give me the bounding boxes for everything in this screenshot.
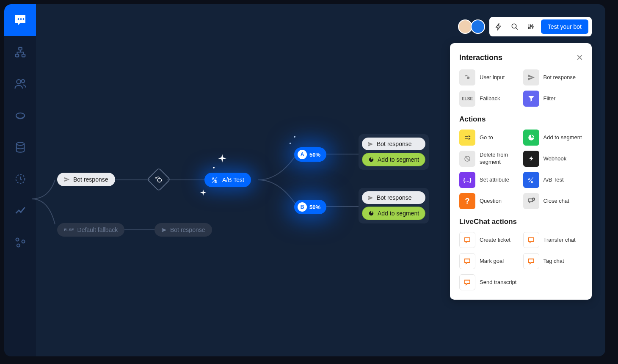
ab-test-node[interactable]: AB A/B Test <box>204 173 251 187</box>
goto-icon <box>459 130 475 146</box>
panel-item-delete-from-segment[interactable]: Delete from segment <box>459 151 520 167</box>
svg-rect-4 <box>15 54 19 57</box>
panel-item-filter[interactable]: Filter <box>523 91 584 107</box>
panel-item-label: Mark goal <box>480 258 504 265</box>
panel-item-label: Close chat <box>544 198 569 205</box>
nav-users-icon[interactable] <box>4 68 36 99</box>
panel-item-set-attribute[interactable]: {...}Set attribute <box>459 172 520 188</box>
livechat-heading: LiveChat actions <box>459 218 583 226</box>
bot-response-muted-node[interactable]: Bot response <box>154 223 212 237</box>
bot-response-action[interactable]: Bot response <box>362 191 425 204</box>
panel-item-label: A/B Test <box>544 176 564 184</box>
panel-item-label: Send transcript <box>480 279 516 286</box>
svg-point-1 <box>20 18 22 20</box>
panel-item-mark-goal[interactable]: Mark goal <box>459 253 520 269</box>
panel-title: Interactions <box>459 53 502 62</box>
panel-item-a/b-test[interactable]: ABA/B Test <box>523 172 584 188</box>
node-label: Default fallback <box>77 226 118 233</box>
svg-point-7 <box>21 80 25 83</box>
send-icon <box>523 69 539 85</box>
panel-item-label: Bot response <box>544 74 576 81</box>
add-to-segment-action[interactable]: Add to segment <box>362 153 425 166</box>
add-to-segment-action[interactable]: Add to segment <box>362 207 425 220</box>
webhook-icon <box>523 151 539 167</box>
nav-integrations-icon[interactable] <box>4 226 36 258</box>
panel-item-label: User input <box>480 74 505 81</box>
panel-item-question[interactable]: ?Question <box>459 193 520 209</box>
close-icon[interactable]: ✕ <box>576 52 583 63</box>
panel-item-create-ticket[interactable]: Create ticket <box>459 232 520 248</box>
bot-response-node[interactable]: Bot response <box>57 173 115 186</box>
svg-point-6 <box>17 80 21 84</box>
panel-item-send-transcript[interactable]: Send transcript <box>459 274 520 290</box>
nav-flows-icon[interactable] <box>4 36 36 68</box>
lc-icon <box>459 253 475 269</box>
svg-text:A: A <box>528 177 530 181</box>
svg-text:A: A <box>212 177 215 181</box>
app-logo[interactable] <box>4 4 36 36</box>
panel-item-label: Create ticket <box>480 237 510 244</box>
panel-item-tag-chat[interactable]: Tag chat <box>523 253 584 269</box>
panel-item-add-to-segment[interactable]: Add to segment <box>523 130 584 146</box>
svg-point-21 <box>213 167 215 168</box>
lc-icon <box>459 274 475 290</box>
svg-point-8 <box>16 142 24 145</box>
node-label: Bot response <box>73 176 108 183</box>
action-label: Bot response <box>377 141 412 147</box>
panel-item-fallback[interactable]: ELSEFallback <box>459 91 520 107</box>
svg-rect-3 <box>19 47 22 50</box>
panel-item-label: Transfer chat <box>544 237 576 244</box>
svg-text:B: B <box>531 180 533 184</box>
action-group-a[interactable]: Bot response Add to segment <box>359 134 429 170</box>
action-label: Bot response <box>377 194 412 201</box>
pie-icon <box>523 130 539 146</box>
panel-item-webhook[interactable]: Webhook <box>523 151 584 167</box>
sidebar <box>4 4 36 356</box>
question-icon: ? <box>459 193 475 209</box>
panel-item-go-to[interactable]: Go to <box>459 130 520 146</box>
panel-item-bot-response[interactable]: Bot response <box>523 69 584 85</box>
close-chat-icon <box>523 193 539 209</box>
else-icon: ELSE <box>459 91 475 107</box>
nav-ai-icon[interactable] <box>4 99 36 131</box>
interactions-panel: Interactions ✕ User inputBot responseELS… <box>450 43 592 300</box>
panel-item-user-input[interactable]: User input <box>459 69 520 85</box>
branch-node[interactable] <box>147 168 171 192</box>
svg-point-17 <box>157 178 161 182</box>
panel-item-label: Go to <box>480 134 493 141</box>
svg-point-0 <box>17 18 19 20</box>
attr-icon: {...} <box>459 172 475 188</box>
panel-item-label: Webhook <box>544 155 567 163</box>
default-fallback-node[interactable]: ELSE Default fallback <box>57 223 124 237</box>
user-input-icon <box>459 69 475 85</box>
app-frame: Test your bot Bot response AB A/B Test <box>4 4 605 356</box>
panel-item-label: Fallback <box>480 95 500 102</box>
funnel-icon <box>523 91 539 107</box>
panel-item-close-chat[interactable]: Close chat <box>523 193 584 209</box>
action-group-b[interactable]: Bot response Add to segment <box>359 188 429 223</box>
split-letter: B <box>298 202 307 212</box>
svg-text:B: B <box>215 180 217 184</box>
bot-response-action[interactable]: Bot response <box>362 138 425 150</box>
panel-item-label: Delete from segment <box>480 152 520 166</box>
node-label: Bot response <box>170 226 205 233</box>
split-a-badge[interactable]: A 50% <box>294 147 326 162</box>
svg-point-28 <box>467 77 469 79</box>
svg-rect-5 <box>22 54 25 57</box>
svg-point-11 <box>22 240 25 243</box>
split-b-badge[interactable]: B 50% <box>294 200 326 214</box>
panel-item-label: Tag chat <box>544 258 564 265</box>
svg-point-10 <box>16 238 19 241</box>
panel-item-label: Add to segment <box>544 134 582 141</box>
split-letter: A <box>298 150 307 159</box>
split-pct: 50% <box>309 152 320 158</box>
nav-history-icon[interactable] <box>4 163 36 195</box>
nav-analytics-icon[interactable] <box>4 195 36 226</box>
nav-database-icon[interactable] <box>4 131 36 163</box>
svg-point-22 <box>294 136 295 138</box>
action-label: Add to segment <box>378 210 419 217</box>
panel-item-transfer-chat[interactable]: Transfer chat <box>523 232 584 248</box>
svg-point-2 <box>22 18 24 20</box>
svg-point-18 <box>156 177 157 178</box>
lc-icon <box>523 253 539 269</box>
